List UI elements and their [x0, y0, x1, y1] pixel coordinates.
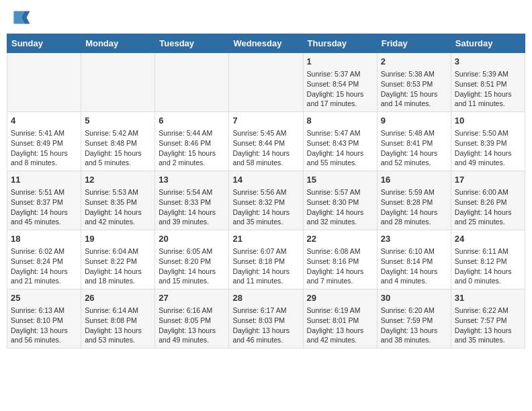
calendar-cell: 13Sunrise: 5:54 AMSunset: 8:33 PMDayligh…	[155, 171, 229, 230]
day-number: 23	[381, 233, 447, 245]
cell-text-line: Sunrise: 6:10 AM	[381, 247, 435, 255]
cell-content: 19Sunrise: 6:04 AMSunset: 8:22 PMDayligh…	[85, 233, 151, 286]
cell-text-line: Sunset: 8:16 PM	[307, 257, 359, 265]
calendar-cell: 21Sunrise: 6:07 AMSunset: 8:18 PMDayligh…	[229, 230, 303, 289]
cell-text-line: Daylight: 14 hours and 55 minutes.	[307, 149, 364, 167]
cell-content: 30Sunrise: 6:20 AMSunset: 7:59 PMDayligh…	[381, 292, 447, 345]
day-number: 6	[159, 115, 225, 127]
day-number: 10	[455, 115, 521, 127]
cell-content: 17Sunrise: 6:00 AMSunset: 8:26 PMDayligh…	[455, 174, 521, 227]
cell-text-line: Daylight: 15 hours and 5 minutes.	[85, 149, 142, 167]
page-header	[7, 7, 525, 28]
cell-text-line: Daylight: 15 hours and 2 minutes.	[159, 149, 216, 167]
cell-content: 12Sunrise: 5:53 AMSunset: 8:35 PMDayligh…	[85, 174, 151, 227]
calendar-cell: 25Sunrise: 6:13 AMSunset: 8:10 PMDayligh…	[7, 289, 81, 349]
cell-content: 22Sunrise: 6:08 AMSunset: 8:16 PMDayligh…	[307, 233, 373, 286]
cell-text-line: Sunset: 8:26 PM	[455, 198, 507, 206]
column-header-wednesday: Wednesday	[229, 34, 303, 53]
calendar-cell: 17Sunrise: 6:00 AMSunset: 8:26 PMDayligh…	[451, 171, 525, 230]
day-number: 25	[11, 292, 77, 304]
cell-text-line: Sunset: 8:14 PM	[381, 257, 433, 265]
cell-text-line: Daylight: 15 hours and 11 minutes.	[455, 90, 512, 108]
cell-text-line: Sunset: 8:44 PM	[232, 139, 285, 147]
cell-text-line: Sunset: 8:28 PM	[381, 198, 433, 206]
cell-text-line: Sunrise: 5:37 AM	[307, 70, 361, 78]
cell-text-line: Sunrise: 6:07 AM	[232, 247, 286, 255]
calendar-cell: 16Sunrise: 5:59 AMSunset: 8:28 PMDayligh…	[377, 171, 451, 230]
cell-content: 5Sunrise: 5:42 AMSunset: 8:48 PMDaylight…	[85, 115, 151, 168]
cell-text-line: Sunrise: 6:14 AM	[85, 306, 138, 314]
column-header-tuesday: Tuesday	[155, 34, 229, 53]
calendar-cell: 27Sunrise: 6:16 AMSunset: 8:05 PMDayligh…	[155, 289, 229, 349]
cell-text-line: Sunset: 8:24 PM	[11, 257, 63, 265]
calendar-table: SundayMondayTuesdayWednesdayThursdayFrid…	[7, 34, 525, 349]
cell-text-line: Sunset: 7:59 PM	[381, 316, 433, 324]
cell-text-line: Sunset: 8:35 PM	[85, 198, 137, 206]
cell-text-line: Sunrise: 6:05 AM	[159, 247, 212, 255]
cell-text-line: Sunset: 8:30 PM	[307, 198, 359, 206]
calendar-cell: 24Sunrise: 6:11 AMSunset: 8:12 PMDayligh…	[451, 230, 525, 289]
cell-text-line: Sunrise: 6:04 AM	[85, 247, 138, 255]
column-header-sunday: Sunday	[7, 34, 81, 53]
day-number: 26	[85, 292, 151, 304]
cell-text-line: Sunrise: 5:50 AM	[455, 129, 508, 137]
cell-text-line: Sunrise: 6:16 AM	[159, 306, 212, 314]
column-header-saturday: Saturday	[451, 34, 525, 53]
cell-text-line: Sunrise: 5:47 AM	[307, 129, 361, 137]
cell-text-line: Daylight: 13 hours and 46 minutes.	[232, 326, 290, 345]
calendar-cell: 18Sunrise: 6:02 AMSunset: 8:24 PMDayligh…	[7, 230, 81, 289]
calendar-cell: 11Sunrise: 5:51 AMSunset: 8:37 PMDayligh…	[7, 171, 81, 230]
cell-text-line: Daylight: 13 hours and 53 minutes.	[85, 326, 142, 345]
calendar-cell: 10Sunrise: 5:50 AMSunset: 8:39 PMDayligh…	[451, 112, 525, 171]
cell-text-line: Daylight: 14 hours and 4 minutes.	[381, 267, 438, 285]
cell-text-line: Sunrise: 5:59 AM	[381, 188, 435, 196]
cell-content: 14Sunrise: 5:56 AMSunset: 8:32 PMDayligh…	[232, 174, 299, 227]
cell-text-line: Sunrise: 6:19 AM	[307, 306, 361, 314]
cell-text-line: Sunset: 8:05 PM	[159, 316, 211, 324]
cell-text-line: Sunrise: 5:54 AM	[159, 188, 212, 196]
cell-content: 24Sunrise: 6:11 AMSunset: 8:12 PMDayligh…	[455, 233, 521, 286]
cell-text-line: Sunset: 7:57 PM	[455, 316, 507, 324]
cell-text-line: Daylight: 14 hours and 15 minutes.	[159, 267, 216, 285]
cell-content: 13Sunrise: 5:54 AMSunset: 8:33 PMDayligh…	[159, 174, 225, 227]
column-header-monday: Monday	[81, 34, 155, 53]
calendar-cell: 14Sunrise: 5:56 AMSunset: 8:32 PMDayligh…	[229, 171, 303, 230]
calendar-cell: 1Sunrise: 5:37 AMSunset: 8:54 PMDaylight…	[303, 53, 377, 112]
day-number: 8	[307, 115, 373, 127]
day-number: 18	[11, 233, 77, 245]
cell-content: 4Sunrise: 5:41 AMSunset: 8:49 PMDaylight…	[11, 115, 77, 168]
column-header-friday: Friday	[377, 34, 451, 53]
calendar-cell	[155, 53, 229, 112]
cell-text-line: Sunset: 8:08 PM	[85, 316, 137, 324]
cell-text-line: Daylight: 13 hours and 42 minutes.	[307, 326, 364, 345]
cell-text-line: Sunrise: 5:51 AM	[11, 188, 64, 196]
cell-text-line: Sunset: 8:37 PM	[11, 198, 63, 206]
calendar-cell: 26Sunrise: 6:14 AMSunset: 8:08 PMDayligh…	[81, 289, 155, 349]
cell-text-line: Sunset: 8:51 PM	[455, 80, 507, 88]
cell-text-line: Daylight: 14 hours and 58 minutes.	[232, 149, 290, 167]
calendar-cell: 9Sunrise: 5:48 AMSunset: 8:41 PMDaylight…	[377, 112, 451, 171]
day-number: 20	[159, 233, 225, 245]
calendar-cell: 22Sunrise: 6:08 AMSunset: 8:16 PMDayligh…	[303, 230, 377, 289]
cell-text-line: Daylight: 14 hours and 18 minutes.	[85, 267, 142, 285]
cell-text-line: Sunrise: 5:57 AM	[307, 188, 361, 196]
day-number: 30	[381, 292, 447, 304]
cell-content: 6Sunrise: 5:44 AMSunset: 8:46 PMDaylight…	[159, 115, 225, 168]
calendar-cell: 15Sunrise: 5:57 AMSunset: 8:30 PMDayligh…	[303, 171, 377, 230]
cell-text-line: Sunrise: 5:44 AM	[159, 129, 212, 137]
cell-text-line: Daylight: 14 hours and 7 minutes.	[307, 267, 364, 285]
cell-content: 9Sunrise: 5:48 AMSunset: 8:41 PMDaylight…	[381, 115, 447, 168]
day-number: 2	[381, 56, 447, 68]
cell-content: 7Sunrise: 5:45 AMSunset: 8:44 PMDaylight…	[232, 115, 299, 168]
day-number: 21	[232, 233, 299, 245]
cell-text-line: Sunrise: 6:20 AM	[381, 306, 435, 314]
cell-content: 1Sunrise: 5:37 AMSunset: 8:54 PMDaylight…	[307, 56, 373, 109]
cell-text-line: Sunset: 8:10 PM	[11, 316, 63, 324]
cell-content: 8Sunrise: 5:47 AMSunset: 8:43 PMDaylight…	[307, 115, 373, 168]
cell-text-line: Sunset: 8:49 PM	[11, 139, 63, 147]
calendar-cell: 5Sunrise: 5:42 AMSunset: 8:48 PMDaylight…	[81, 112, 155, 171]
cell-text-line: Sunset: 8:43 PM	[307, 139, 359, 147]
calendar-cell: 12Sunrise: 5:53 AMSunset: 8:35 PMDayligh…	[81, 171, 155, 230]
day-number: 13	[159, 174, 225, 186]
cell-text-line: Daylight: 14 hours and 35 minutes.	[232, 208, 290, 226]
